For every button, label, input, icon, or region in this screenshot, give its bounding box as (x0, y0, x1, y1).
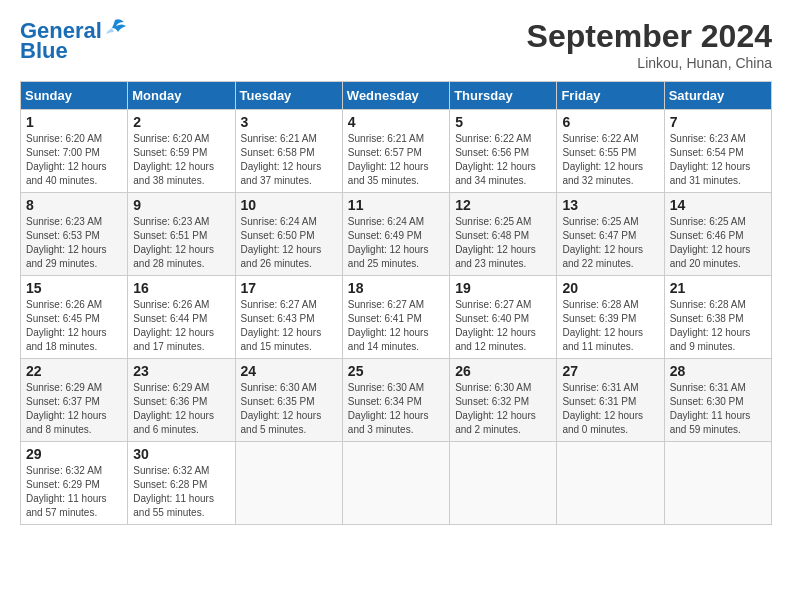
day-info: Sunrise: 6:24 AM Sunset: 6:49 PM Dayligh… (348, 215, 444, 271)
table-row: 11Sunrise: 6:24 AM Sunset: 6:49 PM Dayli… (342, 193, 449, 276)
table-row: 4Sunrise: 6:21 AM Sunset: 6:57 PM Daylig… (342, 110, 449, 193)
day-number: 27 (562, 363, 658, 379)
table-row: 23Sunrise: 6:29 AM Sunset: 6:36 PM Dayli… (128, 359, 235, 442)
table-row: 6Sunrise: 6:22 AM Sunset: 6:55 PM Daylig… (557, 110, 664, 193)
day-info: Sunrise: 6:31 AM Sunset: 6:31 PM Dayligh… (562, 381, 658, 437)
calendar-table: Sunday Monday Tuesday Wednesday Thursday… (20, 81, 772, 525)
table-row: 21Sunrise: 6:28 AM Sunset: 6:38 PM Dayli… (664, 276, 771, 359)
table-row: 5Sunrise: 6:22 AM Sunset: 6:56 PM Daylig… (450, 110, 557, 193)
table-row: 30Sunrise: 6:32 AM Sunset: 6:28 PM Dayli… (128, 442, 235, 525)
table-row: 1Sunrise: 6:20 AM Sunset: 7:00 PM Daylig… (21, 110, 128, 193)
day-number: 1 (26, 114, 122, 130)
day-info: Sunrise: 6:30 AM Sunset: 6:34 PM Dayligh… (348, 381, 444, 437)
table-row: 20Sunrise: 6:28 AM Sunset: 6:39 PM Dayli… (557, 276, 664, 359)
day-info: Sunrise: 6:22 AM Sunset: 6:55 PM Dayligh… (562, 132, 658, 188)
header-tuesday: Tuesday (235, 82, 342, 110)
day-info: Sunrise: 6:24 AM Sunset: 6:50 PM Dayligh… (241, 215, 337, 271)
day-number: 5 (455, 114, 551, 130)
day-info: Sunrise: 6:26 AM Sunset: 6:45 PM Dayligh… (26, 298, 122, 354)
table-row: 2Sunrise: 6:20 AM Sunset: 6:59 PM Daylig… (128, 110, 235, 193)
day-info: Sunrise: 6:25 AM Sunset: 6:47 PM Dayligh… (562, 215, 658, 271)
day-number: 28 (670, 363, 766, 379)
table-row: 16Sunrise: 6:26 AM Sunset: 6:44 PM Dayli… (128, 276, 235, 359)
day-number: 12 (455, 197, 551, 213)
header-row-days: Sunday Monday Tuesday Wednesday Thursday… (21, 82, 772, 110)
table-row: 19Sunrise: 6:27 AM Sunset: 6:40 PM Dayli… (450, 276, 557, 359)
day-info: Sunrise: 6:23 AM Sunset: 6:53 PM Dayligh… (26, 215, 122, 271)
page-container: General Blue September 2024 Linkou, Huna… (0, 0, 792, 535)
table-row: 3Sunrise: 6:21 AM Sunset: 6:58 PM Daylig… (235, 110, 342, 193)
day-info: Sunrise: 6:23 AM Sunset: 6:51 PM Dayligh… (133, 215, 229, 271)
day-number: 24 (241, 363, 337, 379)
location: Linkou, Hunan, China (527, 55, 772, 71)
day-info: Sunrise: 6:21 AM Sunset: 6:58 PM Dayligh… (241, 132, 337, 188)
table-row: 18Sunrise: 6:27 AM Sunset: 6:41 PM Dayli… (342, 276, 449, 359)
day-info: Sunrise: 6:28 AM Sunset: 6:38 PM Dayligh… (670, 298, 766, 354)
day-number: 18 (348, 280, 444, 296)
day-info: Sunrise: 6:27 AM Sunset: 6:43 PM Dayligh… (241, 298, 337, 354)
day-number: 10 (241, 197, 337, 213)
table-row: 28Sunrise: 6:31 AM Sunset: 6:30 PM Dayli… (664, 359, 771, 442)
table-row: 13Sunrise: 6:25 AM Sunset: 6:47 PM Dayli… (557, 193, 664, 276)
table-row: 29Sunrise: 6:32 AM Sunset: 6:29 PM Dayli… (21, 442, 128, 525)
day-number: 16 (133, 280, 229, 296)
day-number: 11 (348, 197, 444, 213)
day-number: 9 (133, 197, 229, 213)
day-number: 3 (241, 114, 337, 130)
day-info: Sunrise: 6:30 AM Sunset: 6:32 PM Dayligh… (455, 381, 551, 437)
day-number: 25 (348, 363, 444, 379)
day-info: Sunrise: 6:21 AM Sunset: 6:57 PM Dayligh… (348, 132, 444, 188)
table-row: 24Sunrise: 6:30 AM Sunset: 6:35 PM Dayli… (235, 359, 342, 442)
table-row: 12Sunrise: 6:25 AM Sunset: 6:48 PM Dayli… (450, 193, 557, 276)
day-info: Sunrise: 6:30 AM Sunset: 6:35 PM Dayligh… (241, 381, 337, 437)
day-info: Sunrise: 6:29 AM Sunset: 6:37 PM Dayligh… (26, 381, 122, 437)
table-row: 25Sunrise: 6:30 AM Sunset: 6:34 PM Dayli… (342, 359, 449, 442)
day-info: Sunrise: 6:27 AM Sunset: 6:40 PM Dayligh… (455, 298, 551, 354)
header-sunday: Sunday (21, 82, 128, 110)
table-row (450, 442, 557, 525)
day-info: Sunrise: 6:22 AM Sunset: 6:56 PM Dayligh… (455, 132, 551, 188)
table-row: 27Sunrise: 6:31 AM Sunset: 6:31 PM Dayli… (557, 359, 664, 442)
day-number: 30 (133, 446, 229, 462)
day-info: Sunrise: 6:25 AM Sunset: 6:46 PM Dayligh… (670, 215, 766, 271)
day-number: 17 (241, 280, 337, 296)
day-number: 4 (348, 114, 444, 130)
day-info: Sunrise: 6:20 AM Sunset: 6:59 PM Dayligh… (133, 132, 229, 188)
title-block: September 2024 Linkou, Hunan, China (527, 18, 772, 71)
logo-bird-icon (104, 18, 126, 43)
day-number: 2 (133, 114, 229, 130)
header-row: General Blue September 2024 Linkou, Huna… (20, 18, 772, 71)
day-info: Sunrise: 6:20 AM Sunset: 7:00 PM Dayligh… (26, 132, 122, 188)
day-number: 7 (670, 114, 766, 130)
logo-blue: Blue (20, 39, 68, 63)
day-info: Sunrise: 6:32 AM Sunset: 6:29 PM Dayligh… (26, 464, 122, 520)
day-info: Sunrise: 6:27 AM Sunset: 6:41 PM Dayligh… (348, 298, 444, 354)
table-row (342, 442, 449, 525)
day-number: 14 (670, 197, 766, 213)
day-info: Sunrise: 6:29 AM Sunset: 6:36 PM Dayligh… (133, 381, 229, 437)
day-info: Sunrise: 6:32 AM Sunset: 6:28 PM Dayligh… (133, 464, 229, 520)
day-info: Sunrise: 6:25 AM Sunset: 6:48 PM Dayligh… (455, 215, 551, 271)
header-wednesday: Wednesday (342, 82, 449, 110)
table-row: 14Sunrise: 6:25 AM Sunset: 6:46 PM Dayli… (664, 193, 771, 276)
table-row (557, 442, 664, 525)
table-row: 10Sunrise: 6:24 AM Sunset: 6:50 PM Dayli… (235, 193, 342, 276)
table-row: 9Sunrise: 6:23 AM Sunset: 6:51 PM Daylig… (128, 193, 235, 276)
day-number: 21 (670, 280, 766, 296)
table-row: 15Sunrise: 6:26 AM Sunset: 6:45 PM Dayli… (21, 276, 128, 359)
header-friday: Friday (557, 82, 664, 110)
table-row: 7Sunrise: 6:23 AM Sunset: 6:54 PM Daylig… (664, 110, 771, 193)
table-row (235, 442, 342, 525)
day-number: 6 (562, 114, 658, 130)
day-info: Sunrise: 6:31 AM Sunset: 6:30 PM Dayligh… (670, 381, 766, 437)
day-number: 29 (26, 446, 122, 462)
day-number: 23 (133, 363, 229, 379)
day-number: 13 (562, 197, 658, 213)
table-row: 8Sunrise: 6:23 AM Sunset: 6:53 PM Daylig… (21, 193, 128, 276)
header-saturday: Saturday (664, 82, 771, 110)
day-number: 15 (26, 280, 122, 296)
day-info: Sunrise: 6:28 AM Sunset: 6:39 PM Dayligh… (562, 298, 658, 354)
day-number: 19 (455, 280, 551, 296)
day-info: Sunrise: 6:26 AM Sunset: 6:44 PM Dayligh… (133, 298, 229, 354)
table-row: 22Sunrise: 6:29 AM Sunset: 6:37 PM Dayli… (21, 359, 128, 442)
